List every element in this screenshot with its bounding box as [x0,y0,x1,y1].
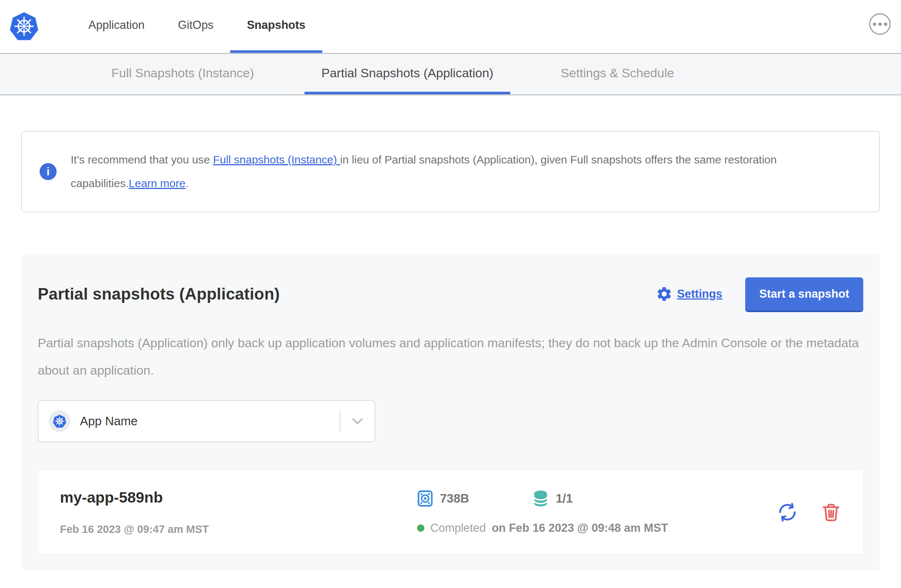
ellipsis-icon [873,23,876,26]
gear-icon [656,286,673,302]
snapshot-started-date: Feb 16 2023 @ 09:47 am MST [60,523,417,535]
snapshot-size-value: 738B [440,492,469,506]
snapshot-row: my-app-589nb Feb 16 2023 @ 09:47 am MST … [38,470,863,554]
kubernetes-logo-icon [9,12,39,41]
snapshot-volumes-value: 1/1 [556,492,573,506]
top-navigation: Application GitOps Snapshots [0,0,901,54]
trash-icon [821,502,841,522]
main-nav: Application GitOps Snapshots [72,0,322,53]
snapshot-size: 738B [417,490,469,507]
snapshot-volumes: 1/1 [532,490,573,507]
info-banner: i It’s recommend that you use Full snaps… [21,131,880,212]
chevron-down-icon[interactable] [340,417,374,425]
start-snapshot-button[interactable]: Start a snapshot [745,277,863,311]
disk-size-icon [417,490,433,507]
page-title: Partial snapshots (Application) [38,285,280,303]
kubernetes-app-icon [53,415,67,428]
snapshot-status: Completed [430,521,486,535]
kubernetes-logo [9,0,39,53]
nav-item-gitops[interactable]: GitOps [161,0,230,53]
status-dot [417,524,424,532]
restore-snapshot-button[interactable] [777,501,798,523]
nav-item-snapshots[interactable]: Snapshots [230,0,322,53]
app-name-select[interactable]: App Name [38,400,375,442]
snapshot-settings-link[interactable]: Settings [656,286,722,302]
full-snapshots-link[interactable]: Full snapshots (Instance) [213,154,340,166]
partial-snapshots-panel: Partial snapshots (Application) Settings… [21,254,880,571]
volumes-database-icon [532,490,549,507]
tab-partial-snapshots[interactable]: Partial Snapshots (Application) [304,54,511,94]
tab-full-snapshots[interactable]: Full Snapshots (Instance) [94,54,271,94]
restore-icon [777,501,798,523]
banner-text: It’s recommend that you use Full snapsho… [71,148,840,195]
tab-settings-schedule[interactable]: Settings & Schedule [544,54,691,94]
nav-item-application[interactable]: Application [72,0,161,53]
more-options-button[interactable] [869,13,891,35]
settings-link-label: Settings [677,287,722,301]
app-select-value: App Name [80,414,340,428]
snapshot-finished-date: on Feb 16 2023 @ 09:48 am MST [492,521,668,535]
panel-description: Partial snapshots (Application) only bac… [38,329,863,384]
learn-more-link[interactable]: Learn more [129,177,186,189]
snapshot-name: my-app-589nb [60,489,417,506]
snapshots-subnav: Full Snapshots (Instance) Partial Snapsh… [0,54,901,95]
delete-snapshot-button[interactable] [821,502,841,522]
app-icon-badge [49,411,70,432]
info-icon: i [40,163,57,180]
